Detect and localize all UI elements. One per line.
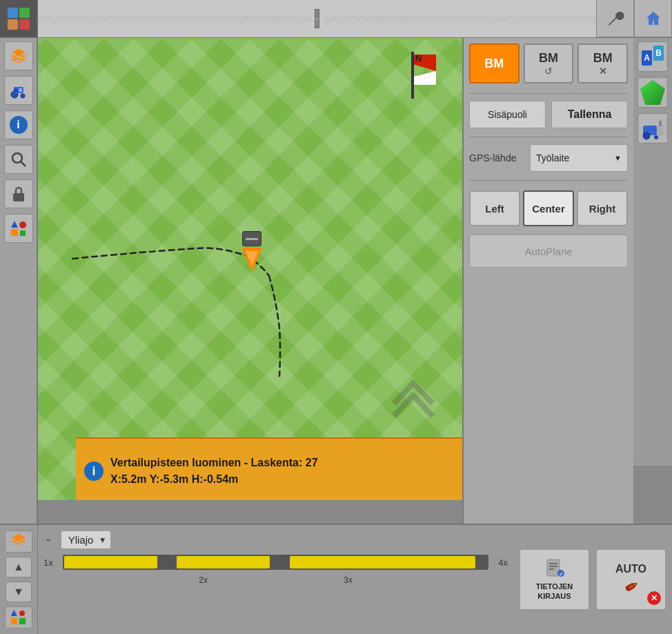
vehicle-marker	[241, 231, 262, 272]
auto-button[interactable]: AUTO ✏ ✕	[595, 548, 666, 611]
progress-seg-2	[177, 556, 270, 568]
map-canvas: N	[38, 38, 462, 500]
svg-point-24	[643, 132, 650, 139]
map-chevrons-up	[388, 375, 438, 424]
bm1-label: BM	[484, 57, 504, 71]
pencil-icon: ✏	[621, 576, 641, 598]
info-icon: i	[84, 462, 103, 481]
map-area[interactable]: N	[38, 38, 462, 500]
svg-rect-14	[13, 193, 24, 201]
svg-marker-16	[11, 221, 18, 228]
svg-marker-31	[11, 610, 17, 616]
sidebar-item-palette[interactable]	[4, 214, 33, 243]
wrench-button[interactable]	[596, 0, 634, 37]
speed-1x: 1x	[43, 557, 63, 568]
info-text: Vertailupisteen luominen - Laskenta: 27 …	[110, 455, 318, 488]
bottom-top-row: - Yliajo ▼	[43, 531, 508, 549]
svg-point-8	[21, 94, 25, 98]
top-bar-center: »»»»»»»»»»»»»»»»»»»»»»»»»»»»»»»»»»»»»»»»…	[38, 0, 596, 37]
svg-marker-28	[12, 534, 26, 541]
progress-gap-2	[271, 556, 288, 568]
bottom-right-actions: ✓ TIETOJENKIRJAUS AUTO ✏ ✕	[513, 525, 672, 634]
lcr-row: Left Center Right	[469, 190, 628, 226]
save-button[interactable]: Tallenna	[551, 101, 628, 128]
sidebar-item-tractor[interactable]	[4, 76, 33, 105]
auto-label: AUTO	[615, 563, 646, 575]
svg-text:B: B	[655, 48, 662, 58]
vehicle-top	[242, 231, 261, 246]
svg-marker-4	[12, 49, 26, 56]
bottom-left-icons: ▲ ▼	[0, 525, 38, 634]
bm-button-3[interactable]: BM ✕	[577, 43, 628, 83]
progress-seg-1	[64, 556, 157, 568]
down-arrow-button[interactable]: ▼	[6, 582, 32, 602]
svg-point-25	[654, 135, 658, 139]
auto-x-badge: ✕	[647, 591, 661, 605]
info-title: Vertailupisteen luominen - Laskenta: 27	[110, 455, 318, 471]
autoplane-button[interactable]: AutoPlane	[469, 235, 628, 268]
right-icon-gem[interactable]	[638, 77, 668, 108]
autoplane-label: AutoPlane	[524, 246, 572, 257]
up-arrow-button[interactable]: ▲	[6, 557, 32, 577]
svg-point-12	[12, 153, 22, 163]
right-label: Right	[589, 203, 615, 215]
yliajo-select[interactable]: Yliajo	[61, 531, 111, 549]
svg-rect-18	[20, 230, 26, 236]
home-button[interactable]	[634, 0, 672, 37]
tietojen-label: TIETOJENKIRJAUS	[536, 582, 573, 602]
svg-line-13	[21, 162, 26, 167]
bottom-main: - Yliajo ▼ 1x 4x 2x 3x	[38, 525, 513, 634]
chevron-pattern: »»»»»»»»»»»»»»»»»»»»»»»»»»»»»»»»»»»»»»»»…	[38, 8, 310, 29]
right-icon-tractor-tool[interactable]	[638, 113, 668, 143]
svg-rect-11	[14, 89, 18, 92]
speed-tick-2: 2x	[199, 575, 208, 585]
min-label: -	[315, 13, 319, 24]
gps-row: GPS-lähde Työlaite ▼	[469, 144, 628, 172]
bottom-layers-icon[interactable]	[5, 531, 32, 553]
inside-label: Sisäpuoli	[488, 109, 527, 120]
sidebar-item-lock[interactable]	[4, 179, 33, 208]
left-button[interactable]: Left	[469, 190, 520, 226]
yliajo-select-wrapper[interactable]: Yliajo ▼	[61, 531, 111, 549]
sidebar-item-search[interactable]	[4, 145, 33, 174]
bottom-palette-icon[interactable]	[5, 606, 32, 628]
svg-rect-2	[8, 19, 18, 30]
gps-dropdown[interactable]: Työlaite ▼	[530, 144, 628, 172]
svg-marker-29	[12, 541, 26, 544]
svg-point-32	[19, 611, 25, 616]
right-button[interactable]: Right	[577, 190, 628, 226]
tool-value: Työlaite	[536, 152, 569, 164]
svg-rect-0	[8, 8, 18, 18]
left-label: Left	[485, 203, 504, 215]
bm-row: BM BM ↺ BM ✕	[469, 43, 628, 83]
app-icon[interactable]	[0, 0, 38, 37]
north-arrow: N	[397, 52, 428, 100]
tietojen-kirjaus-button[interactable]: ✓ TIETOJENKIRJAUS	[519, 548, 590, 611]
info-bar: i Vertailupisteen luominen - Laskenta: 2…	[76, 437, 462, 500]
bottom-dash: -	[43, 532, 54, 548]
sidebar-item-layers[interactable]	[4, 41, 33, 70]
svg-text:A: A	[644, 53, 650, 63]
speed-row: 1x 4x	[43, 555, 508, 570]
inside-button[interactable]: Sisäpuoli	[469, 101, 546, 128]
sidebar-item-info[interactable]: i	[4, 110, 33, 139]
inside-save-row: Sisäpuoli Tallenna	[469, 101, 628, 128]
progress-bar	[63, 555, 488, 570]
bm-button-2[interactable]: BM ↺	[524, 43, 574, 83]
progress-gap-1	[159, 556, 176, 568]
svg-rect-3	[19, 19, 30, 30]
svg-text:✓: ✓	[558, 571, 563, 577]
bm3-icon: ✕	[599, 66, 607, 77]
svg-rect-1	[19, 8, 30, 18]
bm2-label: BM	[539, 51, 558, 66]
gps-label: GPS-lähde	[469, 152, 524, 164]
info-coords: X:5.2m Y:-5.3m H:-0.54m	[110, 471, 318, 488]
svg-rect-15	[11, 229, 18, 236]
gps-arrow-icon: ▼	[614, 154, 622, 162]
center-button[interactable]: Center	[523, 190, 574, 226]
svg-point-17	[19, 221, 26, 228]
bm-button-1[interactable]: BM	[469, 43, 520, 83]
progress-seg-3	[290, 556, 476, 568]
right-icon-ab[interactable]: A B	[638, 41, 668, 72]
svg-rect-27	[659, 121, 662, 126]
